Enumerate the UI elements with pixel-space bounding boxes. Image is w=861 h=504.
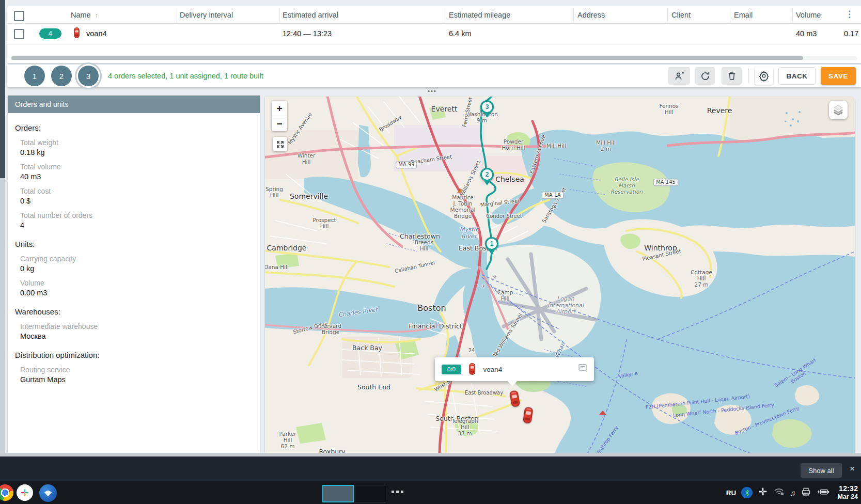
language-indicator[interactable]: RU bbox=[726, 489, 737, 497]
select-all-checkbox[interactable] bbox=[14, 11, 24, 21]
table-row[interactable]: 4 voan4 12:40 — 13:23 6.4 km 40 m3 0.17 bbox=[7, 23, 861, 44]
field-total-volume: Total volume 40 m3 bbox=[20, 163, 260, 181]
orders-progress-badge: 0/0 bbox=[442, 365, 461, 374]
unit-popup[interactable]: 0/0 voan4 bbox=[435, 357, 594, 381]
battery-icon[interactable] bbox=[817, 488, 830, 498]
settings-button[interactable] bbox=[755, 67, 773, 85]
wifi-lock-icon[interactable] bbox=[773, 487, 785, 498]
table-header-row: Name ↑ Delivery interval Estimated arriv… bbox=[7, 7, 861, 24]
field-intermediate-warehouse: Intermediate warehouse Москва bbox=[20, 322, 260, 340]
cell-estimated-mileage: 6.4 km bbox=[449, 23, 472, 44]
field-label: Total weight bbox=[20, 138, 260, 147]
field-total-orders: Total number of orders 4 bbox=[20, 211, 260, 229]
column-header-delivery-interval[interactable]: Delivery interval bbox=[180, 7, 233, 23]
field-value: 0 $ bbox=[20, 197, 260, 205]
wizard-stepbar: 1 2 3 4 orders selected, 1 unit assigned… bbox=[7, 65, 861, 87]
column-header-estimated-mileage[interactable]: Estimated mileage bbox=[449, 7, 510, 23]
step-1[interactable]: 1 bbox=[24, 66, 45, 86]
column-label: Estimated arrival bbox=[283, 11, 338, 19]
car-icon bbox=[73, 27, 80, 38]
column-label: Name bbox=[71, 11, 91, 19]
person-pin-plus-icon bbox=[674, 70, 685, 82]
layers-icon bbox=[832, 103, 845, 117]
column-divider bbox=[730, 8, 730, 22]
comment-icon[interactable] bbox=[578, 364, 588, 374]
gear-icon bbox=[758, 70, 770, 82]
field-value: 0.18 kg bbox=[20, 148, 260, 156]
audio-icon[interactable]: ♫ bbox=[790, 489, 795, 497]
back-button[interactable]: BACK bbox=[778, 67, 816, 85]
window-preview[interactable] bbox=[355, 485, 386, 502]
column-divider bbox=[667, 8, 668, 22]
panel-title: Orders and units bbox=[8, 96, 260, 113]
sort-asc-icon[interactable]: ↑ bbox=[95, 11, 99, 19]
clock[interactable]: 12:32 Mar 24 bbox=[837, 484, 858, 500]
field-label: Total cost bbox=[20, 187, 260, 195]
left-edge-panel-lower bbox=[0, 178, 5, 456]
column-header-name[interactable]: Name ↑ bbox=[71, 7, 98, 23]
field-value: 0 kg bbox=[20, 264, 260, 273]
field-unit-volume: Volume 0.00 m3 bbox=[20, 279, 260, 297]
row-checkbox[interactable] bbox=[14, 29, 24, 39]
printer-icon[interactable] bbox=[801, 487, 811, 499]
orders-count-badge: 4 bbox=[39, 28, 61, 39]
column-label: Address bbox=[577, 11, 605, 19]
marker-pointer bbox=[489, 250, 495, 255]
step-2[interactable]: 2 bbox=[51, 66, 72, 86]
window-preview-active[interactable] bbox=[322, 485, 354, 502]
bluetooth-icon[interactable] bbox=[741, 487, 753, 498]
horizontal-scrollbar[interactable] bbox=[10, 56, 857, 60]
column-label: Delivery interval bbox=[180, 11, 233, 19]
column-label: Estimated mileage bbox=[449, 11, 510, 19]
field-value: 40 m3 bbox=[20, 172, 260, 181]
refresh-icon bbox=[700, 71, 711, 82]
fullscreen-button[interactable] bbox=[273, 137, 287, 151]
system-tray: RU bbox=[726, 481, 858, 504]
column-header-client[interactable]: Client bbox=[671, 7, 691, 23]
delete-button[interactable] bbox=[722, 67, 742, 85]
column-header-email[interactable]: Email bbox=[734, 7, 753, 23]
cell-overflow: 0.17 bbox=[844, 23, 858, 44]
slack-icon[interactable] bbox=[17, 484, 33, 501]
unit-icon-cell bbox=[73, 23, 80, 44]
show-all-button[interactable]: Show all bbox=[801, 463, 842, 478]
rebuild-route-button[interactable] bbox=[695, 67, 715, 85]
field-value: 0.00 m3 bbox=[20, 289, 260, 297]
route-stop-marker[interactable]: 2 bbox=[480, 168, 494, 181]
summary-panel: Orders and units Orders: Total weight 0.… bbox=[8, 96, 260, 453]
field-value: 4 bbox=[20, 221, 260, 229]
column-header-volume[interactable]: Volume bbox=[796, 7, 821, 23]
chrome-icon[interactable] bbox=[0, 484, 13, 501]
slack-tray-icon[interactable] bbox=[758, 486, 768, 499]
zoom-out-button[interactable]: − bbox=[272, 116, 287, 131]
close-icon[interactable]: × bbox=[847, 463, 857, 475]
column-header-address[interactable]: Address bbox=[577, 7, 605, 23]
column-header-estimated-arrival[interactable]: Estimated arrival bbox=[283, 7, 338, 23]
date: Mar 24 bbox=[837, 493, 858, 500]
marker-pointer bbox=[484, 181, 490, 185]
time: 12:32 bbox=[837, 484, 858, 493]
map-view[interactable]: EverettRevereFennos HillChelseaSomervill… bbox=[265, 97, 855, 453]
marker-pointer bbox=[484, 113, 490, 118]
zoom-controls: + − bbox=[272, 101, 287, 131]
panel-drag-handle[interactable]: ••• bbox=[425, 88, 440, 94]
column-label: Client bbox=[671, 11, 691, 19]
step-3[interactable]: 3 bbox=[78, 66, 99, 86]
toolbar-divider bbox=[748, 69, 749, 83]
assign-unit-button[interactable] bbox=[668, 67, 690, 85]
scrollbar-thumb[interactable] bbox=[11, 56, 803, 60]
map-layers-button[interactable] bbox=[829, 101, 848, 119]
column-label: Volume bbox=[796, 11, 821, 19]
route-stop-marker[interactable]: 3 bbox=[480, 100, 494, 114]
taskbar: RU bbox=[0, 481, 861, 504]
column-divider bbox=[279, 8, 280, 22]
route-stop-marker[interactable]: 1 bbox=[485, 237, 498, 250]
column-divider bbox=[177, 8, 177, 22]
taskbar-overflow-dots[interactable] bbox=[392, 491, 403, 493]
table-menu-icon[interactable]: ⋮ bbox=[845, 9, 854, 20]
marker-number: 1 bbox=[490, 240, 494, 247]
save-button[interactable]: SAVE bbox=[821, 67, 856, 85]
zoom-in-button[interactable]: + bbox=[272, 101, 287, 116]
thunderbird-icon[interactable] bbox=[39, 484, 57, 502]
window-bottom-edge bbox=[0, 453, 861, 456]
